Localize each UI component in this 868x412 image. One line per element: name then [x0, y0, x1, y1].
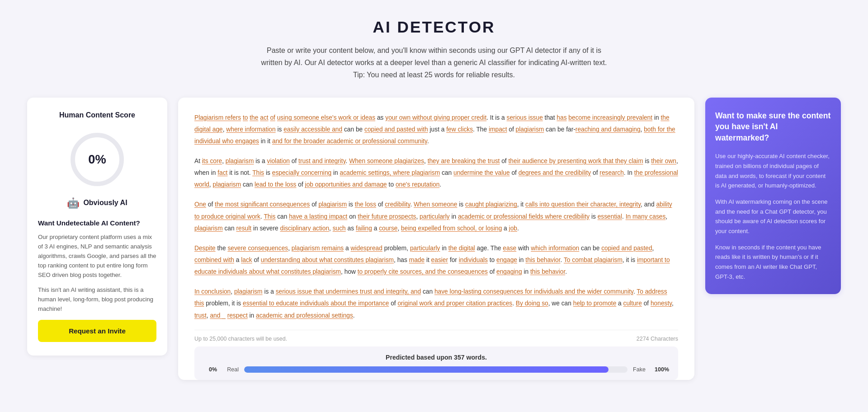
paragraph-3: One of the most significant consequences…: [194, 199, 678, 234]
prediction-words: 357 words.: [454, 354, 487, 361]
score-circle: 0%: [68, 130, 127, 189]
bar-label-left: Real: [222, 366, 239, 373]
score-value: 0%: [88, 152, 106, 167]
bar-pct-right: 100%: [655, 366, 669, 373]
watermark-p1: Use our highly-accurate AI content check…: [715, 151, 831, 191]
page-title: AI DETECTOR: [27, 18, 841, 36]
page-header: AI DETECTOR Paste or write your content …: [27, 18, 841, 81]
bar-pct-left: 0%: [203, 366, 217, 373]
left-panel: Human Content Score 0% 🤖 Obviously AI Wa…: [27, 98, 167, 356]
paragraph-4: Despite the severe consequences, plagiar…: [194, 243, 678, 278]
header-description: Paste or write your content below, and y…: [258, 44, 610, 81]
prediction-bar-wrapper: Predicted based upon 357 words. 0% Real …: [194, 346, 678, 380]
watermark-card: Want to make sure the content you have i…: [705, 98, 841, 295]
footer-bar: Up to 25,000 characters will be used. 22…: [194, 330, 678, 380]
paragraph-1: Plagiarism refers to the act of using so…: [194, 112, 678, 147]
request-invite-button[interactable]: Request an Invite: [38, 320, 156, 342]
robot-icon: 🤖: [67, 197, 80, 209]
right-panel: Want to make sure the content you have i…: [705, 98, 841, 295]
main-content: Human Content Score 0% 🤖 Obviously AI Wa…: [27, 98, 841, 380]
score-circle-wrapper: 0%: [38, 130, 156, 189]
footer-right: 2274 Characters: [637, 336, 678, 342]
content-text: Plagiarism refers to the act of using so…: [194, 112, 678, 322]
paragraph-2: At its core, plagiarism is a violation o…: [194, 155, 678, 191]
ai-badge-text: Obviously AI: [83, 199, 127, 207]
watermark-title: Want to make sure the content you have i…: [715, 110, 831, 144]
human-score-title: Human Content Score: [38, 111, 156, 119]
bar-track: [244, 366, 627, 373]
bar-row: 0% Real Fake 100%: [203, 366, 669, 373]
bar-fill: [244, 366, 609, 373]
prediction-label: Predicted based upon 357 words.: [203, 354, 669, 361]
desc1: Our proprietary content platform uses a …: [38, 232, 156, 280]
desc2: This isn't an AI writing assistant, this…: [38, 285, 156, 314]
watermark-p3: Know in seconds if the content you have …: [715, 243, 831, 282]
want-undetectable-title: Want Undetectable AI Content?: [38, 219, 156, 227]
footer-left: Up to 25,000 characters will be used.: [194, 336, 287, 342]
footer-meta: Up to 25,000 characters will be used. 22…: [194, 336, 678, 342]
center-panel: Plagiarism refers to the act of using so…: [178, 98, 694, 380]
ai-badge: 🤖 Obviously AI: [38, 197, 156, 209]
paragraph-5: In conclusion, plagiarism is a serious i…: [194, 286, 678, 321]
bar-label-right: Fake: [633, 366, 649, 373]
watermark-p2: With AI watermarking coming on the scene…: [715, 197, 831, 236]
